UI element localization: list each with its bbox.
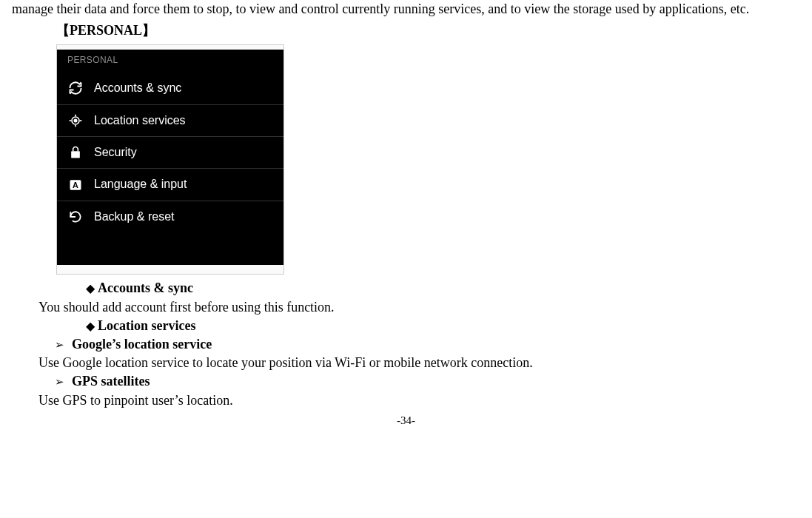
lock-icon bbox=[67, 144, 84, 161]
svg-text:A: A bbox=[73, 181, 78, 189]
screenshot-section-header: PERSONAL bbox=[57, 50, 283, 73]
arrow-bullet-icon: ➢ bbox=[55, 337, 64, 353]
settings-item-security[interactable]: Security bbox=[57, 137, 283, 169]
subbullet-gps: ➢ GPS satellites bbox=[55, 372, 800, 391]
settings-item-label: Accounts & sync bbox=[94, 80, 181, 96]
settings-item-label: Backup & reset bbox=[94, 209, 175, 225]
settings-item-label: Language & input bbox=[94, 176, 187, 192]
screenshot-figure: PERSONAL Accounts & sync bbox=[56, 44, 284, 275]
location-icon bbox=[67, 112, 84, 129]
diamond-bullet-icon: ◆ bbox=[86, 280, 98, 297]
subbullet-label: Google’s location service bbox=[72, 335, 212, 354]
subbullet-google-location: ➢ Google’s location service bbox=[55, 335, 800, 354]
subbullet-label: GPS satellites bbox=[72, 372, 150, 391]
bullet-label: Accounts & sync bbox=[98, 279, 193, 297]
svg-rect-6 bbox=[71, 151, 80, 158]
body-text: Use GPS to pinpoint user’s location. bbox=[38, 391, 800, 410]
backup-icon bbox=[67, 209, 84, 225]
sync-icon bbox=[67, 80, 84, 96]
settings-item-language-input[interactable]: A Language & input bbox=[57, 169, 283, 201]
svg-point-1 bbox=[74, 119, 76, 121]
settings-item-backup-reset[interactable]: Backup & reset bbox=[57, 201, 283, 232]
settings-item-label: Location services bbox=[94, 112, 186, 129]
arrow-bullet-icon: ➢ bbox=[55, 374, 64, 390]
language-icon: A bbox=[67, 177, 84, 193]
page-number: -34- bbox=[12, 413, 800, 428]
body-text: Use Google location service to locate yo… bbox=[38, 354, 800, 372]
settings-item-location-services[interactable]: Location services bbox=[57, 105, 283, 137]
settings-personal-screenshot: PERSONAL Accounts & sync bbox=[56, 44, 284, 275]
bullet-accounts-sync: ◆ Accounts & sync bbox=[86, 279, 800, 297]
settings-item-accounts-sync[interactable]: Accounts & sync bbox=[57, 73, 283, 104]
body-text: manage their data and force them to stop… bbox=[12, 0, 800, 18]
bullet-location-services: ◆ Location services bbox=[86, 317, 800, 335]
bullet-label: Location services bbox=[98, 317, 195, 335]
body-text: You should add account first before usin… bbox=[38, 298, 800, 317]
section-header-personal: 【PERSONAL】 bbox=[56, 21, 800, 40]
settings-item-label: Security bbox=[94, 144, 137, 161]
diamond-bullet-icon: ◆ bbox=[86, 318, 98, 334]
